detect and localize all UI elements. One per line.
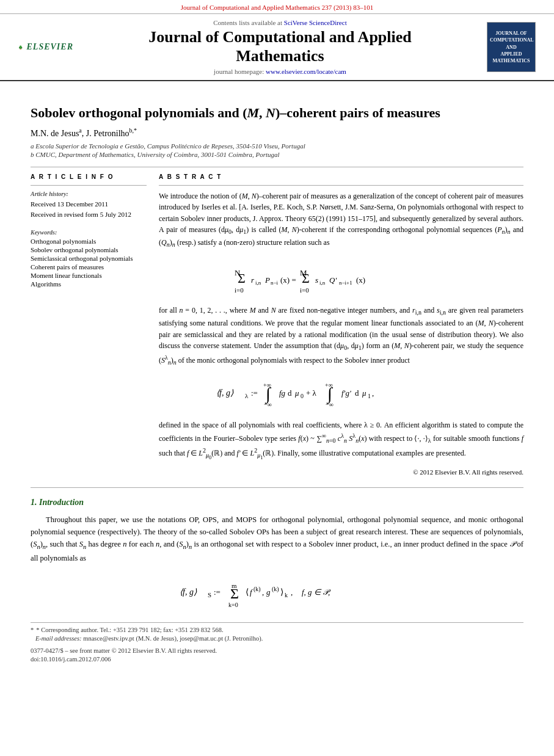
keyword-1: Orthogonal polynomials <box>31 238 147 245</box>
svg-text:(x): (x) <box>356 275 365 285</box>
inner-product-svg: ⟨f, g⟩ λ := +∞ ∫ −∞ fg d μ 0 + λ +∞ <box>213 375 470 409</box>
abstract-label: A B S T R A C T <box>159 173 523 180</box>
affiliations: a Escola Superior de Tecnologia e Gestão… <box>31 142 523 158</box>
keywords-list: Orthogonal polynomials Sobolev orthogona… <box>31 238 147 288</box>
section-divider-1 <box>31 487 523 488</box>
svg-point-5 <box>20 45 21 47</box>
svg-text:k: k <box>285 592 288 598</box>
article-history-section: Article history: Received 13 December 20… <box>31 191 147 220</box>
keyword-3: Semiclassical orthogonal polynomials <box>31 255 147 262</box>
svg-rect-6 <box>20 49 21 49</box>
journal-logo-box: JOURNAL OF COMPUTATIONAL AND APPLIED MAT… <box>487 22 536 72</box>
keyword-4: Coherent pairs of measures <box>31 263 147 271</box>
svg-text:Σ: Σ <box>238 271 246 286</box>
svg-text:−∞: −∞ <box>264 401 272 408</box>
affil-b: b CMUC, Department of Mathematics, Unive… <box>31 151 523 158</box>
corresponding-author-note: * * Corresponding author. Tel.: +351 239… <box>31 627 523 633</box>
svg-text:i,n: i,n <box>319 280 326 286</box>
svg-text:f, g ∈ 𝒫,: f, g ∈ 𝒫, <box>302 587 331 597</box>
corresponding-author-text: * Corresponding author. Tel.: +351 239 7… <box>36 627 223 633</box>
svg-text:S: S <box>208 591 211 598</box>
svg-text:+ λ: + λ <box>306 388 317 398</box>
svg-text::=: := <box>214 587 221 597</box>
svg-text:P: P <box>264 275 270 285</box>
keyword-2: Sobolev orthogonal polynomials <box>31 246 147 253</box>
svg-text:,: , <box>291 587 293 597</box>
keyword-6: Algorithms <box>31 280 147 288</box>
footnote-section: * * Corresponding author. Tel.: +351 239… <box>31 622 523 663</box>
title-divider <box>31 167 523 167</box>
svg-text:f'g': f'g' <box>341 388 351 398</box>
keywords-label: Keywords: <box>31 229 147 236</box>
svg-text:0: 0 <box>301 393 304 399</box>
intro-inner-product-formula: ⟨f, g⟩ S := m Σ k=0 ⟨ f (k) , g (k) ⟩ k … <box>31 574 523 610</box>
keyword-5: Moment linear functionals <box>31 272 147 279</box>
keywords-section: Keywords: Orthogonal polynomials Sobolev… <box>31 229 147 288</box>
intro-paragraph: Throughout this paper, we use the notati… <box>31 514 523 564</box>
elsevier-tree-icon <box>18 31 23 64</box>
svg-text:k=0: k=0 <box>228 602 238 608</box>
svg-text:fg: fg <box>279 388 286 398</box>
author1-name: M.N. de Jesus <box>31 129 79 138</box>
journal-title: Journal of Computational and Applied Mat… <box>79 27 481 65</box>
sciverse-line: Contents lists available at SciVerse Sci… <box>79 19 481 26</box>
svg-text:r: r <box>251 275 255 285</box>
copyright-notice: © 2012 Elsevier B.V. All rights reserved… <box>159 467 523 478</box>
svg-text:⟨f, g⟩: ⟨f, g⟩ <box>216 388 234 398</box>
author2-affil: b,* <box>129 127 137 134</box>
received-date: Received 13 December 2011 <box>31 199 147 210</box>
homepage-link[interactable]: www.elsevier.com/locate/cam <box>266 68 346 75</box>
email-addresses: mnasce@estv.ipv.pt (M.N. de Jesus), jose… <box>83 635 263 642</box>
affil-a: a Escola Superior de Tecnologia e Gestão… <box>31 142 523 150</box>
abstract-para3: defined in the space of all polynomials … <box>159 420 523 462</box>
svg-text:d: d <box>288 388 292 398</box>
author1-affil: a <box>79 127 81 134</box>
svg-text:⟨: ⟨ <box>246 587 249 597</box>
journal-homepage: journal homepage: www.elsevier.com/locat… <box>79 68 481 75</box>
section-1-title: Introduction <box>39 498 84 507</box>
svg-text:⟩: ⟩ <box>280 587 283 597</box>
structure-relation-formula: N Σ i=0 r i,n P n−i (x) = M Σ i=0 s i,n <box>159 257 523 297</box>
abstract-text: We introduce the notion of (M, N)–cohere… <box>159 191 523 478</box>
svg-text:⟨f, g⟩: ⟨f, g⟩ <box>180 587 197 597</box>
svg-text:i=0: i=0 <box>300 286 309 294</box>
intro-formula-svg: ⟨f, g⟩ S := m Σ k=0 ⟨ f (k) , g (k) ⟩ k … <box>161 574 393 608</box>
elsevier-logo-area: ELSEVIER <box>18 31 73 64</box>
article-info-abstract-section: A R T I C L E I N F O Article history: R… <box>31 173 523 478</box>
svg-text:n−i: n−i <box>271 280 279 286</box>
elsevier-brand-text: ELSEVIER <box>27 42 73 52</box>
article-info-label: A R T I C L E I N F O <box>31 173 147 180</box>
svg-text:d: d <box>355 388 359 398</box>
svg-text:(k): (k) <box>253 586 261 593</box>
svg-text:Σ: Σ <box>230 586 239 602</box>
svg-text:(x) =: (x) = <box>280 275 296 285</box>
doi-footnote: doi:10.1016/j.cam.2012.07.006 <box>31 656 523 663</box>
journal-header: ELSEVIER Contents lists available at Sci… <box>0 14 554 81</box>
section-1-heading: 1. Introduction <box>31 498 523 507</box>
svg-text:μ: μ <box>294 388 299 398</box>
svg-text:n−i+1: n−i+1 <box>339 280 352 286</box>
email-label: E-mail addresses: <box>35 635 82 642</box>
main-content: Sobolev orthogonal polynomials and (M, N… <box>0 81 554 677</box>
revised-date: Received in revised form 5 July 2012 <box>31 209 147 220</box>
journal-citation-bar: Journal of Computational and Applied Mat… <box>0 0 554 14</box>
svg-text:(k): (k) <box>272 586 279 593</box>
svg-text:,: , <box>262 587 264 597</box>
history-label: Article history: <box>31 191 147 197</box>
journal-title-area: Contents lists available at SciVerse Sci… <box>79 19 481 75</box>
formula-svg: N Σ i=0 r i,n P n−i (x) = M Σ i=0 s i,n <box>231 257 451 294</box>
authors-line: M.N. de Jesusa, J. Petronilhob,* <box>31 127 523 139</box>
star-symbol: * <box>31 627 34 633</box>
issn-footnote: 0377-0427/$ – see front matter © 2012 El… <box>31 647 523 654</box>
author2-name: J. Petronilho <box>86 129 129 138</box>
svg-text:s: s <box>315 275 318 285</box>
abstract-para1: We introduce the notion of (M, N)–cohere… <box>159 191 523 250</box>
sciverse-link[interactable]: SciVerse ScienceDirect <box>284 19 347 26</box>
abstract-col: A B S T R A C T We introduce the notion … <box>159 173 523 478</box>
abstract-para2: for all n = 0, 1, 2, . . ., where M and … <box>159 305 523 368</box>
svg-text:Σ: Σ <box>302 271 310 286</box>
paper-title: Sobolev orthogonal polynomials and (M, N… <box>31 104 523 122</box>
svg-text:Q': Q' <box>329 275 337 285</box>
svg-text:1: 1 <box>368 393 371 399</box>
svg-text:λ: λ <box>245 392 249 399</box>
